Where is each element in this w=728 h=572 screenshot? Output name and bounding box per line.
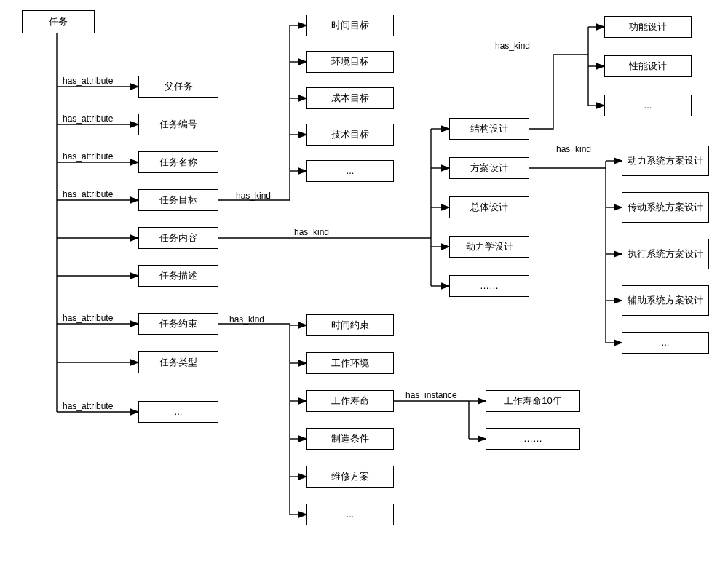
node-attr-type: 任务类型 <box>138 351 218 373</box>
edge-label-hasattr-4: has_attribute <box>61 189 114 199</box>
node-struct-more: ... <box>604 95 692 116</box>
node-attr-name: 任务名称 <box>138 151 218 173</box>
edge-label-haskind-content: has_kind <box>293 227 331 237</box>
node-constr-env: 工作环境 <box>306 352 394 374</box>
edge-label-haskind-struct: has_kind <box>494 41 531 51</box>
node-struct-func: 功能设计 <box>604 16 692 38</box>
node-target-tech: 技术目标 <box>306 124 394 146</box>
node-content-struct: 结构设计 <box>449 118 529 140</box>
node-attr-parent: 父任务 <box>138 76 218 98</box>
edge-label-hasattr-1: has_attribute <box>61 76 114 86</box>
edge-label-hasattr-6: has_attribute <box>61 401 114 411</box>
node-attr-constraint: 任务约束 <box>138 313 218 335</box>
node-scheme-trans: 传动系统方案设计 <box>622 192 709 223</box>
node-attr-desc: 任务描述 <box>138 265 218 287</box>
node-content-dynamics: 动力学设计 <box>449 236 529 258</box>
edge-label-hasattr-5: has_attribute <box>61 313 114 323</box>
edge-label-hasinstance: has_instance <box>404 390 459 400</box>
node-constr-more: ... <box>306 504 394 525</box>
edge-label-haskind-constraint: has_kind <box>228 314 266 325</box>
node-life-10y: 工作寿命10年 <box>486 390 580 412</box>
node-content-overall: 总体设计 <box>449 196 529 218</box>
node-constr-life: 工作寿命 <box>306 390 394 412</box>
node-constr-mfg: 制造条件 <box>306 428 394 450</box>
edge-label-hasattr-2: has_attribute <box>61 114 114 124</box>
node-target-time: 时间目标 <box>306 15 394 36</box>
node-content-scheme: 方案设计 <box>449 157 529 179</box>
node-struct-perf: 性能设计 <box>604 55 692 77</box>
node-attr-content: 任务内容 <box>138 227 218 249</box>
node-constr-time: 时间约束 <box>306 314 394 336</box>
node-scheme-exec: 执行系统方案设计 <box>622 239 709 269</box>
edge-label-hasattr-3: has_attribute <box>61 151 114 162</box>
node-target-env: 环境目标 <box>306 51 394 73</box>
node-attr-target: 任务目标 <box>138 189 218 211</box>
edge-label-haskind-target: has_kind <box>234 191 272 201</box>
node-scheme-power: 动力系统方案设计 <box>622 146 709 176</box>
node-scheme-more: ... <box>622 332 709 354</box>
node-life-more: …… <box>486 428 580 450</box>
node-scheme-aux: 辅助系统方案设计 <box>622 285 709 316</box>
node-content-more: …… <box>449 275 529 297</box>
node-constr-maint: 维修方案 <box>306 466 394 488</box>
node-attr-more: ... <box>138 401 218 423</box>
node-target-cost: 成本目标 <box>306 87 394 109</box>
node-root: 任务 <box>22 10 95 33</box>
node-target-more: ... <box>306 160 394 182</box>
node-attr-id: 任务编号 <box>138 114 218 135</box>
edge-label-haskind-scheme: has_kind <box>555 144 593 154</box>
